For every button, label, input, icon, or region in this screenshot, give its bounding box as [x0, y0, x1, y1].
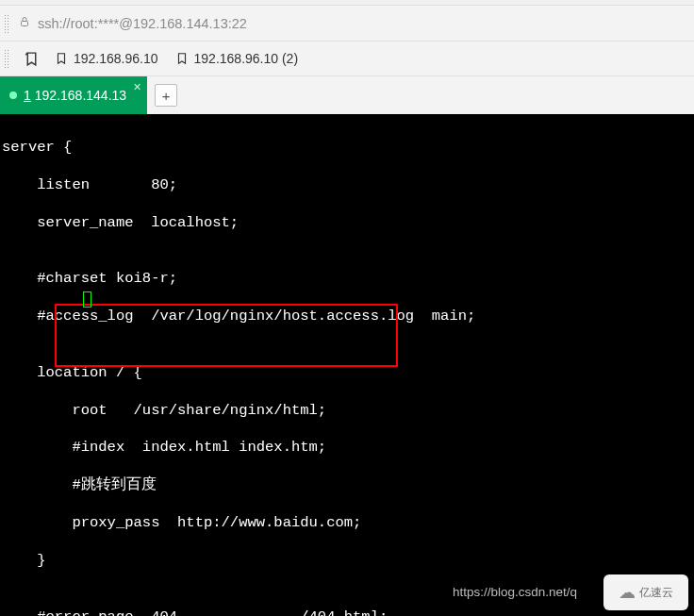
drag-handle-icon[interactable]	[4, 14, 9, 33]
cursor-icon	[83, 291, 91, 308]
bookmark-label: 192.168.96.10	[74, 51, 158, 66]
bookmark-folder-icon[interactable]	[23, 50, 40, 67]
code-line: server_name localhost;	[0, 214, 694, 233]
code-line: #error_page 404 /404.html;	[0, 608, 694, 616]
code-line: listen 80;	[0, 176, 694, 195]
code-line: location / {	[0, 364, 694, 383]
code-line: server {	[0, 139, 694, 158]
bookmark-item[interactable]: 192.168.96.10 (2)	[174, 47, 301, 70]
bookmark-icon	[175, 52, 189, 65]
address-bar: ssh://root:****@192.168.144.13:22	[0, 6, 694, 42]
address-text[interactable]: ssh://root:****@192.168.144.13:22	[38, 16, 247, 31]
code-line: #跳转到百度	[0, 476, 694, 495]
add-tab-button[interactable]: +	[155, 84, 177, 107]
tabs-bar: 1 192.168.144.13 ✕ +	[0, 76, 694, 114]
brand-text: 亿速云	[639, 585, 673, 601]
tab-label: 192.168.144.13	[35, 88, 126, 103]
code-line: #charset koi8-r;	[0, 270, 694, 289]
bookmarks-bar: 192.168.96.10 192.168.96.10 (2)	[0, 42, 694, 76]
lock-icon	[19, 16, 30, 30]
tab-index: 1	[24, 88, 31, 103]
bookmark-item[interactable]: 192.168.96.10	[53, 47, 160, 70]
status-dot-icon	[9, 92, 17, 99]
code-line: root /usr/share/nginx/html;	[0, 402, 694, 421]
cloud-icon: ☁	[619, 582, 636, 603]
bookmark-label: 192.168.96.10 (2)	[194, 51, 299, 66]
terminal-pane[interactable]: server { listen 80; server_name localhos…	[0, 114, 694, 616]
code-line: proxy_pass http://www.baidu.com;	[0, 514, 694, 533]
code-line: #access_log /var/log/nginx/host.access.l…	[0, 308, 694, 326]
svg-rect-0	[22, 22, 28, 26]
code-line: #index index.html index.htm;	[0, 439, 694, 458]
watermark-text: https://blog.csdn.net/q	[453, 583, 577, 602]
code-line: }	[0, 552, 694, 571]
close-icon[interactable]: ✕	[133, 81, 141, 93]
bookmark-icon	[55, 52, 68, 65]
tab-session[interactable]: 1 192.168.144.13 ✕	[0, 76, 147, 114]
corner-brand-logo: ☁ 亿速云	[603, 574, 688, 610]
drag-handle-icon[interactable]	[4, 49, 9, 68]
